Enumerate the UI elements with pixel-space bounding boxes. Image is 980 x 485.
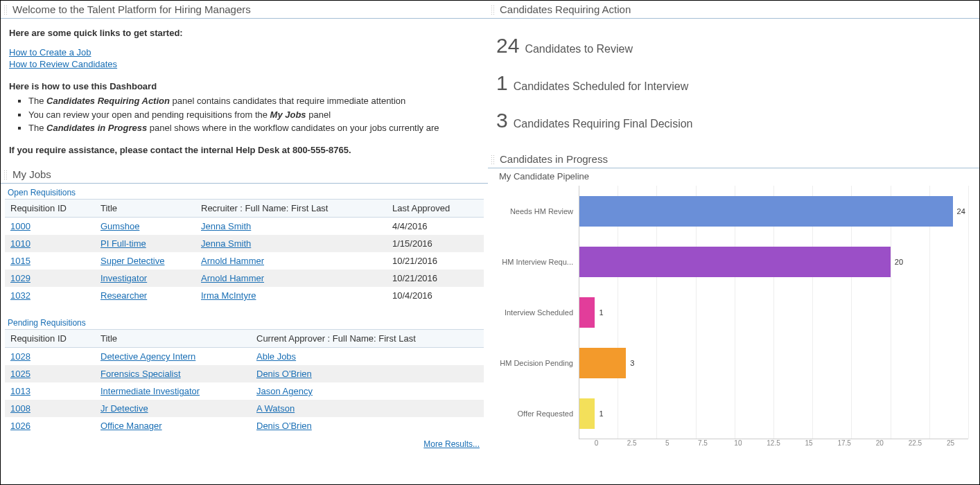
req-title-link[interactable]: Jr Detective (100, 403, 148, 414)
axis-tick: 20 (862, 439, 898, 447)
welcome-panel-header: Welcome to the Talent Platform for Hirin… (1, 1, 488, 19)
axis-tick: 0 (579, 439, 614, 447)
approver-link[interactable]: Denis O'Brien (256, 369, 312, 379)
recruiter-link[interactable]: Arnold Hammer (201, 273, 264, 283)
col-header[interactable]: Current Approver : Full Name: First Last (251, 330, 484, 348)
table-row: 1015Super DetectiveArnold Hammer10/21/20… (5, 252, 484, 270)
recruiter-link[interactable]: Jenna Smith (201, 238, 251, 249)
drag-grip-icon[interactable] (491, 5, 496, 15)
col-header[interactable]: Requisition ID (5, 200, 95, 218)
axis-tick: 2.5 (614, 439, 649, 447)
axis-tick: 17.5 (827, 439, 862, 447)
chart-bar[interactable] (579, 348, 626, 378)
col-header[interactable]: Title (95, 200, 195, 218)
req-id-link[interactable]: 1008 (10, 403, 30, 414)
howto-intro: Here is how to use this Dashboard (9, 80, 480, 93)
last-approved: 10/21/2016 (387, 252, 484, 270)
recruiter-link[interactable]: Irma McIntyre (201, 290, 256, 301)
req-title-link[interactable]: Investigator (100, 273, 147, 283)
stat-number: 1 (496, 71, 508, 95)
stat-number: 24 (496, 34, 519, 58)
table-row: 1029InvestigatorArnold Hammer10/21/2016 (5, 270, 484, 287)
table-row: 1032ResearcherIrma McIntyre10/4/2016 (5, 287, 484, 304)
chart-category-label: HM Decision Pending (499, 359, 579, 367)
approver-link[interactable]: Able Jobs (256, 351, 296, 362)
chart-x-axis: 02.557.51012.51517.52022.525 (579, 439, 968, 447)
open-req-label: Open Requisitions (1, 184, 488, 199)
action-panel-header: Candidates Requiring Action (488, 1, 979, 19)
req-id-link[interactable]: 1029 (10, 273, 30, 283)
link-create-job[interactable]: How to Create a Job (9, 47, 91, 58)
chart-title: My Candidate Pipeline (499, 171, 968, 182)
stat-line[interactable]: 24Candidates to Review (496, 34, 971, 58)
chart-value-label: 24 (957, 207, 965, 215)
myjobs-title: My Jobs (12, 168, 51, 180)
more-results-link[interactable]: More Results... (423, 439, 480, 449)
req-id-link[interactable]: 1026 (10, 421, 30, 431)
chart-row: Interview Scheduled1 (499, 287, 968, 337)
approver-link[interactable]: Denis O'Brien (256, 421, 312, 431)
chart-value-label: 3 (630, 359, 634, 367)
req-id-link[interactable]: 1032 (10, 290, 30, 301)
req-id-link[interactable]: 1015 (10, 256, 30, 266)
recruiter-link[interactable]: Jenna Smith (201, 221, 251, 231)
chart-bar[interactable] (579, 398, 595, 429)
col-header[interactable]: Title (95, 330, 251, 348)
col-header[interactable]: Last Approved (387, 200, 484, 218)
req-title-link[interactable]: Forensics Specialist (100, 369, 181, 379)
req-id-link[interactable]: 1000 (10, 221, 30, 231)
table-row: 1000GumshoeJenna Smith4/4/2016 (5, 218, 484, 236)
drag-grip-icon[interactable] (3, 5, 8, 15)
req-id-link[interactable]: 1028 (10, 351, 30, 362)
req-id-link[interactable]: 1010 (10, 238, 30, 249)
stat-number: 3 (496, 109, 508, 132)
welcome-body: Here are some quick links to get started… (1, 19, 488, 166)
drag-grip-icon[interactable] (3, 170, 8, 179)
req-title-link[interactable]: Researcher (100, 290, 147, 301)
open-requisitions-table: Requisition ID Title Recruiter : Full Na… (5, 199, 484, 304)
axis-tick: 10 (720, 439, 755, 447)
stat-label: Candidates Requiring Final Decision (514, 118, 693, 130)
req-title-link[interactable]: Gumshoe (100, 221, 139, 231)
stat-line[interactable]: 1Candidates Scheduled for Interview (496, 71, 971, 95)
chart-category-label: Offer Requested (499, 409, 579, 418)
chart-row: HM Decision Pending3 (499, 337, 968, 388)
action-title: Candidates Requiring Action (500, 3, 631, 15)
drag-grip-icon[interactable] (491, 155, 496, 164)
last-approved: 1/15/2016 (387, 235, 484, 252)
approver-link[interactable]: Jason Agency (256, 386, 313, 396)
chart-bar[interactable] (579, 247, 891, 277)
myjobs-panel-header: My Jobs (1, 166, 488, 184)
stat-label: Candidates to Review (525, 43, 633, 55)
req-title-link[interactable]: Detective Agency Intern (100, 351, 195, 362)
last-approved: 10/21/2016 (387, 270, 484, 287)
chart-row: Needs HM Review24 (499, 186, 968, 236)
howto-bullet: The Candidates Requiring Action panel co… (28, 95, 480, 107)
chart-row: HM Interview Requ...20 (499, 236, 968, 287)
req-title-link[interactable]: Super Detective (100, 256, 165, 266)
welcome-title: Welcome to the Talent Platform for Hirin… (12, 3, 251, 15)
chart-value-label: 20 (895, 258, 903, 266)
recruiter-link[interactable]: Arnold Hammer (201, 256, 264, 266)
table-row: 1008Jr DetectiveA Watson (5, 400, 484, 417)
chart-bar[interactable] (579, 196, 953, 227)
req-id-link[interactable]: 1025 (10, 369, 30, 379)
col-header[interactable]: Requisition ID (5, 330, 95, 348)
req-title-link[interactable]: Office Manager (100, 421, 162, 431)
pipeline-chart: Needs HM Review24HM Interview Requ...20I… (499, 186, 968, 439)
chart-row: Offer Requested1 (499, 388, 968, 439)
table-row: 1025Forensics SpecialistDenis O'Brien (5, 365, 484, 382)
chart-value-label: 1 (599, 308, 603, 317)
quicklinks-intro: Here are some quick links to get started… (9, 27, 480, 39)
approver-link[interactable]: A Watson (256, 403, 295, 414)
howto-bullet: The Candidates in Progress panel shows w… (28, 122, 480, 134)
col-header[interactable]: Recruiter : Full Name: First Last (195, 200, 387, 218)
req-title-link[interactable]: PI Full-time (100, 238, 146, 249)
axis-tick: 7.5 (685, 439, 720, 447)
req-id-link[interactable]: 1013 (10, 386, 30, 396)
axis-tick: 12.5 (755, 439, 791, 447)
req-title-link[interactable]: Intermediate Investigator (100, 386, 200, 396)
link-review-candidates[interactable]: How to Review Candidates (9, 59, 117, 69)
chart-bar[interactable] (579, 297, 595, 328)
stat-line[interactable]: 3Candidates Requiring Final Decision (496, 109, 971, 132)
